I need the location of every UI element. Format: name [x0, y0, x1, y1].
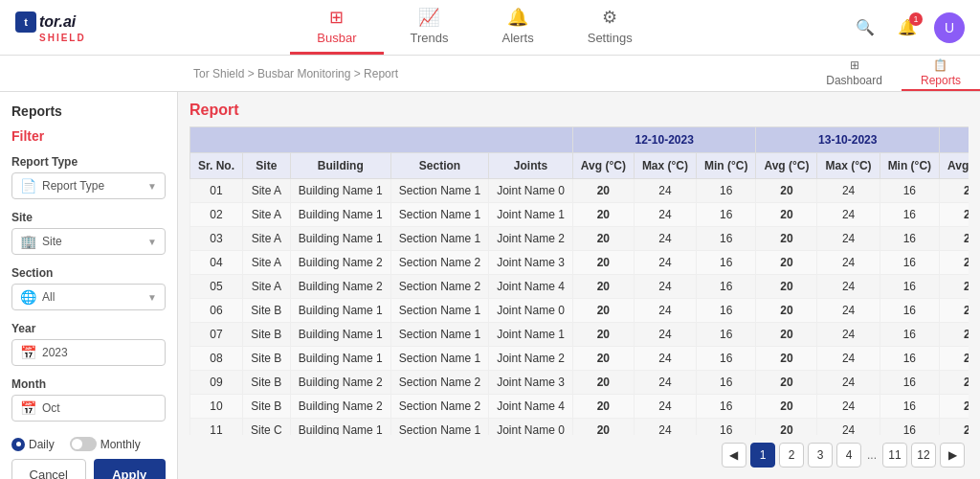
- page-btn-11[interactable]: 11: [882, 443, 907, 468]
- filter-title: Filter: [11, 128, 166, 144]
- col-building: Building: [290, 153, 390, 179]
- cell-d2-avg: 20: [756, 227, 817, 251]
- cell-d1-min: 16: [697, 347, 756, 371]
- nav-tab-alerts[interactable]: 🔔 Alerts: [475, 0, 560, 55]
- busbar-tab-icon: ⊞: [329, 7, 344, 28]
- sub-tab-reports[interactable]: 📋 Reports: [902, 56, 980, 91]
- settings-tab-icon: ⚙: [602, 7, 617, 28]
- cell-d3-avg: 20: [940, 251, 969, 275]
- alerts-tab-label: Alerts: [501, 31, 533, 45]
- alerts-tab-icon: 🔔: [507, 7, 528, 28]
- user-avatar[interactable]: U: [934, 12, 965, 43]
- cell-d1-avg: 20: [572, 299, 634, 323]
- sidebar-buttons: Cancel Apply: [11, 459, 166, 479]
- page-btn-1[interactable]: 1: [750, 443, 775, 468]
- cell-sr: 07: [190, 323, 243, 347]
- cell-d1-max: 24: [634, 323, 696, 347]
- logo-icon: t: [15, 11, 36, 33]
- cell-sr: 08: [190, 347, 243, 371]
- report-type-icon: 📄: [20, 178, 36, 194]
- cell-d3-avg: 20: [940, 299, 969, 323]
- cell-building: Building Name 1: [290, 299, 390, 323]
- cell-d2-avg: 20: [756, 347, 817, 371]
- nav-tab-busbar[interactable]: ⊞ Busbar: [290, 0, 383, 55]
- cell-d1-min: 16: [697, 323, 756, 347]
- report-title: Report: [189, 102, 969, 119]
- daily-radio[interactable]: Daily: [11, 438, 55, 451]
- avatar-initial: U: [945, 20, 954, 35]
- cell-d1-max: 24: [634, 299, 696, 323]
- cell-sr: 09: [190, 371, 243, 395]
- monthly-toggle[interactable]: [70, 437, 97, 451]
- busbar-tab-label: Busbar: [317, 31, 356, 45]
- table-wrap[interactable]: 12-10-2023 13-10-2023 14-10-2023 Sr. No.…: [189, 126, 969, 435]
- sub-tab-dashboard[interactable]: ⊞ Dashboard: [807, 56, 902, 91]
- cell-building: Building Name 1: [290, 347, 390, 371]
- nav-tab-trends[interactable]: 📈 Trends: [384, 0, 476, 55]
- cell-section: Section Name 1: [390, 203, 488, 227]
- cell-d1-max: 24: [634, 251, 696, 275]
- year-calendar-icon: 📅: [20, 345, 36, 360]
- cell-d1-min: 16: [697, 371, 756, 395]
- site-select[interactable]: 🏢 Site ▼: [11, 228, 166, 255]
- cell-d2-min: 16: [880, 299, 939, 323]
- year-input[interactable]: 📅 2023: [11, 339, 166, 366]
- month-calendar-icon: 📅: [20, 400, 36, 416]
- cell-d2-min: 16: [880, 323, 939, 347]
- cell-d2-min: 16: [880, 203, 939, 227]
- section-icon: 🌐: [20, 289, 36, 305]
- cell-joint: Joint Name 2: [489, 227, 573, 251]
- page-btn-3[interactable]: 3: [808, 443, 833, 468]
- site-chevron: ▼: [147, 237, 157, 247]
- settings-tab-label: Settings: [588, 31, 633, 45]
- report-type-select[interactable]: 📄 Report Type ▼: [11, 172, 166, 199]
- cell-d3-avg: 20: [940, 227, 969, 251]
- table-body: 01 Site A Building Name 1 Section Name 1…: [190, 179, 969, 436]
- empty-header: [190, 127, 573, 153]
- dashboard-tab-icon: ⊞: [850, 58, 859, 72]
- apply-button[interactable]: Apply: [94, 459, 167, 479]
- notifications-button[interactable]: 🔔 1: [892, 12, 923, 43]
- page-btn-12[interactable]: 12: [911, 443, 936, 468]
- year-group: Year 📅 2023: [11, 322, 166, 366]
- monthly-radio[interactable]: Monthly: [70, 437, 141, 451]
- sidebar-title: Reports: [11, 103, 166, 119]
- table-row: 08 Site B Building Name 1 Section Name 1…: [190, 347, 969, 371]
- page-btn-4[interactable]: 4: [836, 443, 861, 468]
- month-input[interactable]: 📅 Oct: [11, 395, 166, 422]
- cell-d1-min: 16: [697, 419, 756, 436]
- pagination-next[interactable]: ▶: [940, 443, 965, 468]
- cell-d1-min: 16: [697, 179, 756, 203]
- search-button[interactable]: 🔍: [850, 12, 880, 43]
- table-row: 11 Site C Building Name 1 Section Name 1…: [190, 419, 969, 436]
- report-type-chevron: ▼: [147, 181, 157, 192]
- cell-d1-avg: 20: [572, 371, 634, 395]
- cell-site: Site B: [243, 395, 291, 419]
- cell-d2-avg: 20: [756, 299, 817, 323]
- content-area: Report 12-10-2023 13-10-2023 14-10-2023 …: [178, 92, 980, 479]
- sub-nav: Tor Shield > Busbar Monitoring > Report …: [0, 56, 980, 92]
- page-btn-2[interactable]: 2: [779, 443, 804, 468]
- logo-main-text: tor.ai: [39, 13, 76, 31]
- nav-tab-settings[interactable]: ⚙ Settings: [561, 0, 659, 55]
- cell-d2-min: 16: [880, 275, 939, 299]
- cell-d3-avg: 20: [940, 395, 969, 419]
- cancel-button[interactable]: Cancel: [11, 459, 86, 479]
- cell-joint: Joint Name 1: [489, 323, 573, 347]
- section-select[interactable]: 🌐 All ▼: [11, 284, 166, 310]
- pagination-prev[interactable]: ◀: [722, 443, 746, 468]
- date-header-2: 13-10-2023: [756, 127, 940, 153]
- cell-d2-min: 16: [880, 371, 939, 395]
- cell-sr: 10: [190, 395, 243, 419]
- year-value: 2023: [42, 346, 68, 359]
- table-row: 01 Site A Building Name 1 Section Name 1…: [190, 179, 969, 203]
- cell-joint: Joint Name 0: [489, 299, 573, 323]
- cell-site: Site A: [243, 227, 291, 251]
- reports-tab-label: Reports: [921, 74, 961, 87]
- cell-section: Section Name 1: [390, 323, 488, 347]
- cell-section: Section Name 2: [390, 251, 488, 275]
- cell-d2-max: 24: [817, 395, 880, 419]
- table-row: 02 Site A Building Name 1 Section Name 1…: [190, 203, 969, 227]
- cell-d2-max: 24: [817, 299, 880, 323]
- cell-section: Section Name 2: [390, 275, 488, 299]
